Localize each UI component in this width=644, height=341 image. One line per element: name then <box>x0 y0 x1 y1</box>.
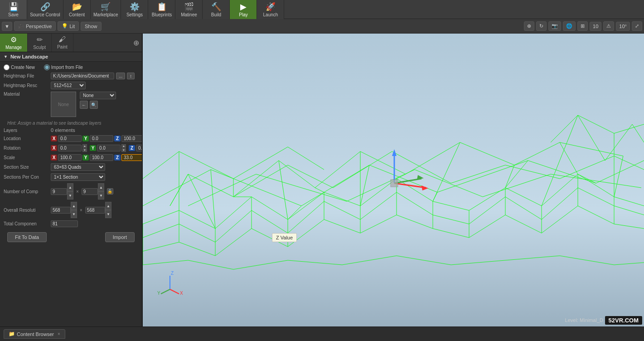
create-new-radio-label[interactable]: Create New <box>4 64 35 70</box>
resy-down-btn[interactable]: ▼ <box>105 210 111 218</box>
comp-lock-button[interactable]: 🔓 <box>107 188 113 195</box>
import-button[interactable]: Import <box>105 232 135 242</box>
content-browser-tab[interactable]: 📁 Content Browser × <box>4 329 65 339</box>
maximize-button[interactable]: ⤢ <box>632 21 642 31</box>
source-control-icon: 🔗 <box>40 2 50 12</box>
material-select[interactable]: None <box>80 92 116 99</box>
rotation-label: Rotation <box>4 146 49 151</box>
angle-value-button[interactable]: 10° <box>616 22 630 31</box>
material-search-button[interactable]: 🔍 <box>90 101 98 109</box>
file-extra-button[interactable]: ↕ <box>127 73 135 79</box>
ry-up-btn[interactable]: ▲ <box>121 144 126 148</box>
source-control-button[interactable]: 🔗 Source Control <box>27 0 63 19</box>
content-icon: 📂 <box>72 2 82 12</box>
scale-xyz: X Y Z 🔓 <box>51 154 143 161</box>
landscape-form: Create New Import from File Heightmap Fi… <box>0 62 142 248</box>
resy-up-btn[interactable]: ▲ <box>105 202 111 210</box>
settings-button[interactable]: ⚙️ Settings <box>121 0 148 19</box>
grid-size-button[interactable]: 10 <box>590 22 601 31</box>
num-components-row: Number of Comp ▲ ▼ × ▲ ▼ 🔓 <box>4 183 138 200</box>
heightmap-file-input[interactable] <box>51 73 114 79</box>
import-radio[interactable] <box>44 64 50 70</box>
content-button[interactable]: 📂 Content <box>63 0 91 19</box>
hint-text: Hint: Assign a material to see landscape… <box>4 119 138 127</box>
rotation-y-input[interactable] <box>97 145 121 151</box>
location-y-input[interactable] <box>90 135 113 142</box>
screenshot-button[interactable]: 📷 <box>548 21 561 31</box>
ry-label: Y <box>90 145 96 151</box>
sy-label: Y <box>82 155 89 161</box>
scale-row: Scale X Y Z 🔓 <box>4 154 138 161</box>
content-browser-close[interactable]: × <box>58 331 60 336</box>
blueprints-button[interactable]: 📋 Blueprints <box>148 0 175 19</box>
viewport[interactable]: Z X Y Level: Minimal_D 52VR.COM Z Value <box>143 34 644 326</box>
tab-paint[interactable]: 🖌 Paint <box>52 34 73 52</box>
rotation-z-input[interactable] <box>136 145 143 151</box>
heightmap-res-select[interactable]: 512×512 256×256 1024×1024 <box>51 82 86 89</box>
num-comp-y-spinner: ▲ ▼ <box>82 183 104 200</box>
material-label: Material <box>4 92 49 97</box>
marketplace-button[interactable]: 🛒 Marketplace <box>91 0 121 19</box>
x-label: X <box>51 136 57 141</box>
rx-down-btn[interactable]: ▼ <box>82 148 87 152</box>
realtime-button[interactable]: ↻ <box>536 21 547 31</box>
create-new-radio[interactable] <box>4 64 10 70</box>
launch-button[interactable]: 🚀 Launch <box>257 0 284 19</box>
section-size-select[interactable]: 63×63 Quads 31×31 Quads 127×127 Quads <box>51 163 105 171</box>
resx-up-btn[interactable]: ▲ <box>71 202 77 210</box>
nx-up-btn[interactable]: ▲ <box>67 183 73 191</box>
matinee-button[interactable]: 🎬 Matinee <box>175 0 203 19</box>
tab-sculpt[interactable]: ✏ Sculpt <box>28 34 52 52</box>
lit-button[interactable]: 💡 Lit <box>58 21 79 31</box>
show-button[interactable]: Show <box>81 22 102 31</box>
sx-label: X <box>51 155 57 161</box>
left-panel: ⚙ Manage ✏ Sculpt 🖌 Paint ⊕ ▼ New Landsc… <box>0 34 143 326</box>
scale-y-input[interactable] <box>90 154 113 161</box>
location-row: Location X Y Z <box>4 135 138 142</box>
camera-speed-button[interactable]: ⊕ <box>524 21 534 31</box>
import-radio-label[interactable]: Import from File <box>44 64 83 70</box>
num-comp-y-input[interactable] <box>82 188 98 195</box>
material-back-button[interactable]: ← <box>80 101 88 109</box>
scale-z-input[interactable] <box>121 154 143 161</box>
location-z-input[interactable] <box>121 135 143 142</box>
res-x-input[interactable] <box>51 207 71 214</box>
fit-to-data-button[interactable]: Fit To Data <box>7 232 47 242</box>
location-label: Location <box>4 136 49 141</box>
angle-snap-button[interactable]: ⚠ <box>603 21 614 31</box>
watermark: 52VR.COM <box>605 316 642 325</box>
save-button[interactable]: 💾 Save <box>0 0 27 19</box>
play-button[interactable]: ▶ Play <box>230 0 257 19</box>
perspective-button[interactable]: 🎥 Perspective <box>14 21 56 31</box>
ry-down-btn[interactable]: ▼ <box>121 148 126 152</box>
ny-down-btn[interactable]: ▼ <box>98 191 104 200</box>
viewport-svg <box>143 34 644 326</box>
new-landscape-header[interactable]: ▼ New Landscape <box>0 52 142 62</box>
create-import-row: Create New Import from File <box>4 64 138 70</box>
location-x-input[interactable] <box>58 135 82 142</box>
world-grid-button[interactable]: 🌐 <box>563 21 576 31</box>
ny-up-btn[interactable]: ▲ <box>98 183 104 191</box>
tab-manage[interactable]: ⚙ Manage <box>0 34 28 52</box>
grid-snap-button[interactable]: ⊞ <box>577 21 588 31</box>
view-dropdown-arrow[interactable]: ▼ <box>2 22 12 31</box>
marketplace-icon: 🛒 <box>101 2 111 12</box>
scale-x-input[interactable] <box>58 154 82 161</box>
res-x-sep: × <box>79 208 83 213</box>
perspective-icon: 🎥 <box>18 23 24 29</box>
res-y-input[interactable] <box>85 207 105 214</box>
rotation-x-input[interactable] <box>58 145 82 151</box>
blueprints-icon: 📋 <box>157 2 167 12</box>
rx-up-btn[interactable]: ▲ <box>82 144 87 148</box>
browse-file-button[interactable]: ... <box>116 73 125 79</box>
nx-down-btn[interactable]: ▼ <box>67 191 73 200</box>
section-arrow-icon: ▼ <box>4 54 8 59</box>
sections-per-select[interactable]: 1×1 Section 2×2 Section <box>51 173 105 181</box>
material-select-row: None <box>80 92 138 99</box>
build-button[interactable]: 🔨 Build <box>203 0 230 19</box>
resx-down-btn[interactable]: ▼ <box>71 210 77 218</box>
total-comp-input <box>51 220 78 227</box>
num-comp-x-input[interactable] <box>51 188 67 195</box>
launch-icon: 🚀 <box>266 2 276 12</box>
top-toolbar: 💾 Save 🔗 Source Control 📂 Content 🛒 Mark… <box>0 0 644 19</box>
